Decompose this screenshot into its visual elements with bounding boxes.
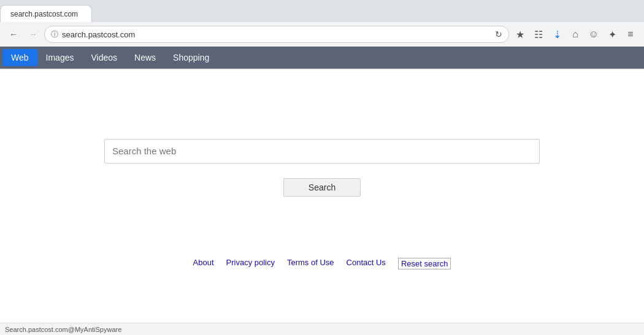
status-text: Search.pastcost.com@MyAntiSpyware (5, 326, 121, 333)
pocket-icon: ✦ (608, 29, 616, 40)
tab-bar: search.pastcost.com (0, 0, 644, 22)
footer-about[interactable]: About (193, 258, 214, 269)
tab-shopping[interactable]: Shopping (164, 49, 218, 66)
pocket-button[interactable]: ✦ (604, 26, 621, 43)
back-icon: ← (9, 29, 18, 39)
home-icon: ⌂ (572, 29, 578, 40)
download-button[interactable]: ⇣ (548, 26, 565, 43)
status-bar: Search.pastcost.com@MyAntiSpyware (0, 323, 644, 335)
browser-chrome: search.pastcost.com ← → ⓘ ↻ ★ ☷ ⇣ ⌂ (0, 0, 644, 69)
active-tab[interactable]: search.pastcost.com (0, 5, 92, 22)
menu-button[interactable]: ≡ (622, 26, 639, 43)
search-button-label: Search (309, 183, 335, 192)
info-icon[interactable]: ⓘ (51, 29, 58, 40)
tab-news[interactable]: News (126, 49, 164, 66)
tab-web[interactable]: Web (2, 49, 37, 66)
reader-icon: ☷ (534, 29, 543, 40)
reload-icon[interactable]: ↻ (495, 29, 502, 39)
tab-videos[interactable]: Videos (82, 49, 126, 66)
footer-contact[interactable]: Contact Us (347, 258, 386, 269)
toolbar-icons: ★ ☷ ⇣ ⌂ ☺ ✦ ≡ (512, 26, 639, 43)
menu-icon: ≡ (627, 29, 633, 40)
footer-reset-search[interactable]: Reset search (398, 258, 451, 269)
address-bar-container: ⓘ ↻ (44, 26, 509, 43)
back-button[interactable]: ← (5, 26, 22, 43)
download-icon: ⇣ (553, 29, 561, 40)
address-bar-row: ← → ⓘ ↻ ★ ☷ ⇣ ⌂ ☺ (0, 22, 644, 47)
home-button[interactable]: ⌂ (567, 26, 584, 43)
reader-view-button[interactable]: ☷ (530, 26, 547, 43)
account-icon: ☺ (589, 29, 599, 40)
forward-button: → (25, 26, 42, 43)
tab-images[interactable]: Images (37, 49, 83, 66)
bookmark-button[interactable]: ★ (512, 26, 529, 43)
account-button[interactable]: ☺ (585, 26, 602, 43)
nav-tabs: Web Images Videos News Shopping (0, 47, 644, 69)
footer-terms[interactable]: Terms of Use (287, 258, 334, 269)
forward-icon: → (29, 29, 37, 39)
address-input[interactable] (62, 30, 491, 39)
tab-title: search.pastcost.com (10, 10, 78, 18)
search-input[interactable] (104, 139, 540, 164)
search-button[interactable]: Search (283, 178, 361, 197)
star-icon: ★ (516, 29, 524, 40)
main-content: Search About Privacy policy Terms of Use… (0, 69, 644, 302)
footer-links: About Privacy policy Terms of Use Contac… (193, 258, 451, 269)
footer-privacy[interactable]: Privacy policy (226, 258, 275, 269)
